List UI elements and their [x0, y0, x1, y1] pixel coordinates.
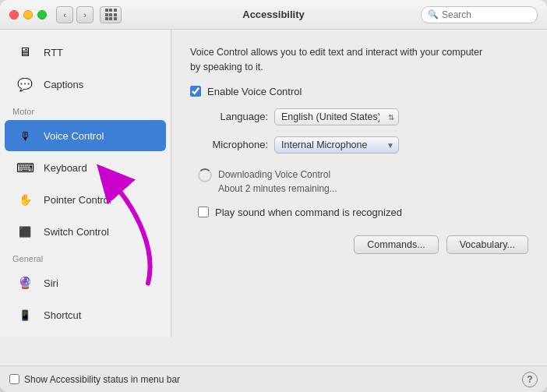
sidebar-item-captions[interactable]: 💬 Captions	[5, 69, 166, 100]
rtt-icon: 🖥	[14, 41, 36, 63]
sidebar-wrapper: 🖥 RTT 💬 Captions Motor 🎙 Voice Control	[0, 30, 171, 366]
titlebar: ‹ › Accessibility 🔍	[0, 0, 547, 30]
microphone-row: Microphone: Internal Microphone Built-in…	[198, 136, 528, 154]
downloading-spinner	[198, 168, 212, 182]
sidebar-item-label: Switch Control	[44, 226, 109, 238]
switch-control-icon: ⬛	[14, 221, 36, 242]
enable-row: Enable Voice Control	[190, 86, 528, 97]
sidebar: 🖥 RTT 💬 Captions Motor 🎙 Voice Control	[0, 30, 171, 337]
sidebar-item-label: Voice Control	[44, 130, 104, 142]
show-status-label: Show Accessibility status in menu bar	[24, 374, 180, 385]
forward-button[interactable]: ›	[76, 6, 94, 23]
language-label: Language:	[198, 111, 268, 122]
language-select[interactable]: English (United States) English (UK) Spa…	[274, 108, 399, 125]
play-sound-row: Play sound when command is recognized	[198, 207, 528, 218]
statusbar: Show Accessibility status in menu bar ?	[0, 366, 547, 392]
motor-section-label: Motor	[0, 101, 171, 119]
sidebar-item-label: RTT	[44, 47, 63, 58]
content-area: 🖥 RTT 💬 Captions Motor 🎙 Voice Control	[0, 30, 547, 366]
show-status-checkbox[interactable]	[9, 374, 19, 384]
siri-icon: 🔮	[14, 272, 36, 294]
sidebar-item-label: Shortcut	[44, 309, 81, 321]
sidebar-item-label: Siri	[44, 277, 58, 289]
search-box[interactable]: 🔍	[421, 6, 538, 23]
help-button[interactable]: ?	[522, 372, 538, 387]
sidebar-item-siri[interactable]: 🔮 Siri	[5, 267, 166, 298]
buttons-row: Commands... Vocabulary...	[190, 235, 528, 254]
pointer-control-icon: ✋	[14, 189, 36, 210]
nav-buttons: ‹ ›	[56, 6, 94, 23]
sidebar-item-label: Captions	[44, 79, 83, 90]
microphone-select[interactable]: Internal Microphone Built-in Microphone …	[274, 136, 399, 154]
voice-control-icon: 🎙	[14, 125, 36, 147]
sidebar-item-rtt[interactable]: 🖥 RTT	[5, 37, 166, 68]
sidebar-item-shortcut[interactable]: 📱 Shortcut	[5, 299, 166, 330]
vocabulary-button[interactable]: Vocabulary...	[446, 235, 528, 254]
sidebar-item-label: Keyboard	[44, 162, 87, 174]
shortcut-icon: 📱	[14, 304, 36, 326]
maximize-button[interactable]	[37, 10, 47, 19]
status-checkbox-row: Show Accessibility status in menu bar	[9, 374, 180, 385]
play-sound-checkbox[interactable]	[198, 207, 209, 217]
language-row: Language: English (United States) Englis…	[198, 108, 528, 125]
general-section-label: General	[0, 248, 171, 267]
downloading-section: Downloading Voice Control About 2 minute…	[198, 168, 528, 196]
microphone-select-wrapper: Internal Microphone Built-in Microphone …	[274, 136, 399, 154]
enable-label: Enable Voice Control	[207, 86, 302, 97]
app-grid-button[interactable]	[100, 6, 122, 23]
description: Voice Control allows you to edit text an…	[190, 45, 486, 75]
language-select-wrapper: English (United States) English (UK) Spa…	[274, 108, 399, 125]
main-window: ‹ › Accessibility 🔍 🖥 RTT	[0, 0, 547, 392]
sidebar-item-label: Pointer Control	[44, 194, 111, 206]
sidebar-item-keyboard[interactable]: ⌨ Keyboard	[5, 152, 166, 183]
grid-icon	[105, 9, 117, 20]
main-panel: Voice Control allows you to edit text an…	[171, 30, 547, 366]
enable-checkbox[interactable]	[190, 86, 201, 97]
sidebar-item-voice-control[interactable]: 🎙 Voice Control	[5, 120, 166, 151]
microphone-label: Microphone:	[198, 139, 268, 150]
minimize-button[interactable]	[23, 10, 33, 19]
downloading-text: Downloading Voice Control About 2 minute…	[218, 168, 337, 196]
search-input[interactable]	[442, 9, 531, 20]
back-button[interactable]: ‹	[56, 6, 73, 23]
traffic-lights	[9, 10, 47, 19]
window-title: Accessibility	[242, 9, 305, 20]
captions-icon: 💬	[14, 73, 36, 95]
keyboard-icon: ⌨	[14, 157, 36, 178]
search-icon: 🔍	[428, 9, 439, 19]
commands-button[interactable]: Commands...	[354, 235, 438, 254]
close-button[interactable]	[9, 10, 19, 19]
play-sound-label: Play sound when command is recognized	[215, 207, 402, 218]
sidebar-item-switch-control[interactable]: ⬛ Switch Control	[5, 216, 166, 247]
sidebar-item-pointer-control[interactable]: ✋ Pointer Control	[5, 184, 166, 215]
